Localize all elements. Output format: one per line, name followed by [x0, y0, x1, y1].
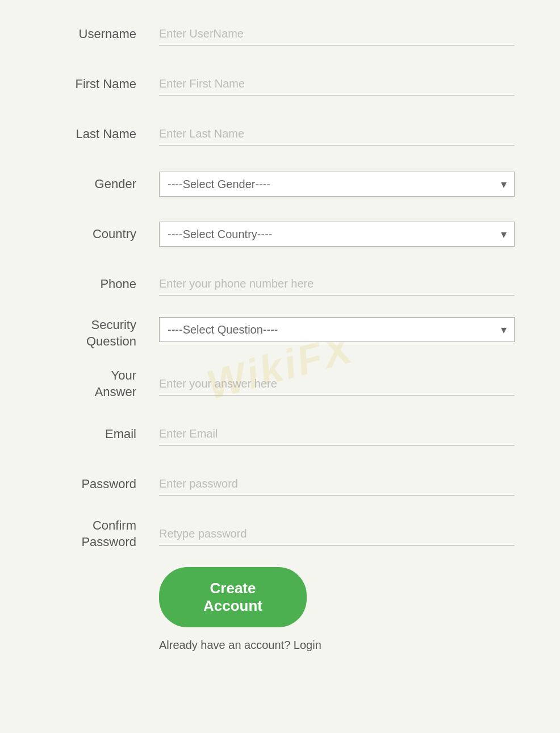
username-label: Username — [45, 26, 159, 43]
lastname-row: Last Name — [45, 117, 515, 151]
country-field: ----Select Country---- — [159, 222, 515, 247]
password-row: Password — [45, 467, 515, 501]
country-select[interactable]: ----Select Country---- — [159, 222, 515, 247]
password-field — [159, 473, 515, 495]
country-row: Country ----Select Country---- — [45, 217, 515, 251]
lastname-field — [159, 123, 515, 145]
email-row: Email — [45, 417, 515, 451]
email-label: Email — [45, 426, 159, 443]
phone-input[interactable] — [159, 273, 515, 295]
gender-label: Gender — [45, 176, 159, 193]
answer-row: Your Answer — [45, 367, 515, 401]
country-label: Country — [45, 226, 159, 243]
gender-select[interactable]: ----Select Gender---- Male Female Other — [159, 172, 515, 197]
login-link-text: Already have an account? Login — [159, 639, 321, 651]
confirm-password-input[interactable] — [159, 523, 515, 545]
security-question-select-wrapper: ----Select Question---- — [159, 317, 515, 342]
firstname-field — [159, 73, 515, 95]
security-question-select[interactable]: ----Select Question---- — [159, 317, 515, 342]
password-label: Password — [45, 476, 159, 493]
answer-input[interactable] — [159, 373, 515, 395]
lastname-label: Last Name — [45, 126, 159, 143]
submit-row: Create Account — [45, 567, 515, 627]
firstname-row: First Name — [45, 67, 515, 101]
password-input[interactable] — [159, 473, 515, 495]
login-link[interactable]: Login — [294, 639, 321, 651]
gender-select-wrapper: ----Select Gender---- Male Female Other — [159, 172, 515, 197]
phone-field — [159, 273, 515, 295]
gender-row: Gender ----Select Gender---- Male Female… — [45, 167, 515, 201]
confirm-password-field — [159, 523, 515, 545]
gender-field: ----Select Gender---- Male Female Other — [159, 172, 515, 197]
login-link-spacer — [45, 639, 159, 652]
phone-row: Phone — [45, 267, 515, 301]
answer-label: Your Answer — [45, 368, 159, 400]
security-question-field: ----Select Question---- — [159, 317, 515, 342]
username-field — [159, 23, 515, 45]
username-input[interactable] — [159, 23, 515, 45]
username-row: Username — [45, 17, 515, 51]
email-input[interactable] — [159, 423, 515, 445]
firstname-input[interactable] — [159, 73, 515, 95]
email-field — [159, 423, 515, 445]
security-question-label: Security Question — [45, 317, 159, 349]
confirm-password-row: Confirm Password — [45, 517, 515, 551]
security-question-row: Security Question ----Select Question---… — [45, 317, 515, 351]
registration-form: Username First Name Last Name Gender ---… — [0, 0, 560, 686]
login-link-field: Already have an account? Login — [159, 639, 515, 652]
login-link-row: Already have an account? Login — [45, 639, 515, 652]
create-account-button[interactable]: Create Account — [159, 567, 307, 627]
phone-label: Phone — [45, 276, 159, 293]
confirm-password-label: Confirm Password — [45, 518, 159, 550]
lastname-input[interactable] — [159, 123, 515, 145]
submit-field: Create Account — [159, 567, 515, 627]
country-select-wrapper: ----Select Country---- — [159, 222, 515, 247]
firstname-label: First Name — [45, 76, 159, 93]
answer-field — [159, 373, 515, 395]
